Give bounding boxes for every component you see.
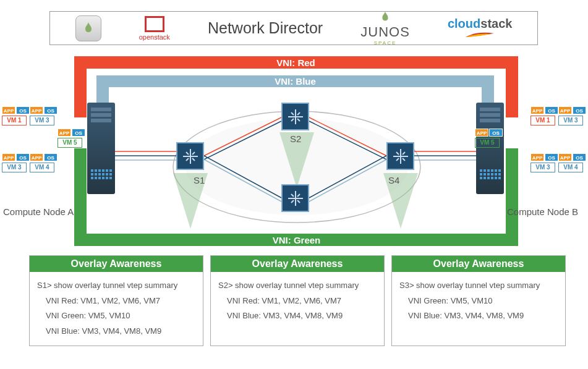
svg-line-6	[204, 121, 281, 159]
cli-line: VNI Green: VM5, VM10	[399, 294, 558, 309]
cli-line: VNI Red: VM1, VM2, VM6, VM7	[37, 294, 195, 309]
cli-line: VNI Blue: VM3, VM4, VM8, VM9	[37, 324, 195, 339]
vm-b-4: APPOSVM 4	[558, 153, 586, 172]
switch-s3	[281, 184, 309, 212]
vni-red-tunnel-right	[506, 56, 518, 117]
header-bar: openstack Network Director JUNOS SPACE c…	[49, 11, 538, 45]
svg-line-2	[204, 117, 281, 156]
junos-logo: JUNOS SPACE	[360, 11, 410, 46]
openstack-logo: openstack	[139, 16, 170, 41]
cloudstack-logo: cloudstack	[448, 17, 513, 40]
vni-blue-tunnel: VNI: Blue	[108, 75, 482, 87]
vm-b-3b: APPOSVM 3	[530, 153, 558, 172]
vm-a-1: APPOSVM 1	[2, 106, 30, 125]
panel-title: Overlay Awareness	[30, 256, 203, 272]
server-b	[476, 103, 504, 194]
vni-red-tunnel-left	[74, 56, 87, 117]
svg-line-5	[309, 156, 386, 198]
page-title: Network Director	[208, 19, 323, 37]
openstack-label: openstack	[139, 33, 170, 41]
server-a	[87, 103, 115, 194]
vm-a-4: APPOSVM 4	[30, 153, 58, 172]
switch-s2	[281, 103, 309, 130]
vm-b-3: APPOSVM 3	[558, 106, 586, 125]
cli-line: S3> show overlay tunnel vtep summary	[399, 278, 558, 294]
panel-title: Overlay Awareness	[211, 256, 384, 272]
switch-label-s1: S1	[194, 175, 205, 185]
vm-a-3b: APPOSVM 3	[2, 153, 30, 172]
switch-s4	[386, 142, 414, 170]
switch-label-s4: S4	[388, 175, 399, 185]
svg-line-4	[309, 117, 386, 156]
cli-line: VNI Blue: VM3, VM4, VM8, VM9	[399, 308, 558, 324]
cli-line: S2> show overlay tunnel vtep summary	[218, 278, 377, 294]
svg-line-9	[309, 159, 386, 201]
panel-s2: Overlay Awareness S2> show overlay tunne…	[210, 255, 385, 346]
network-director-icon	[75, 15, 101, 41]
compute-a-label: Compute Node A	[3, 206, 74, 217]
panel-title: Overlay Awareness	[392, 256, 565, 272]
vni-green-tunnel-left	[74, 148, 87, 246]
switch-label-s2: S2	[290, 134, 301, 144]
svg-line-8	[309, 121, 386, 159]
vni-green-tunnel-right	[506, 148, 518, 246]
panel-s3: Overlay Awareness S3> show overlay tunne…	[391, 255, 566, 346]
svg-line-7	[204, 159, 281, 201]
vni-green-tunnel: VNI: Green	[87, 234, 506, 246]
switch-s1	[176, 142, 204, 170]
cli-line: VNI Blue: VM3, VM4, VM8, VM9	[218, 308, 377, 324]
svg-line-3	[204, 156, 281, 198]
vm-a-3: APPOSVM 3	[30, 106, 58, 125]
compute-b-label: Compute Node B	[507, 206, 578, 217]
cli-line: S1> show overlay tunnel vtep summary	[37, 278, 195, 294]
panel-s1: Overlay Awareness S1> show overlay tunne…	[29, 255, 203, 346]
cli-line: VNI Green: VM5, VM10	[37, 308, 195, 324]
cli-line: VNI Red: VM1, VM2, VM6, VM7	[218, 294, 377, 309]
overlay-awareness-panels: Overlay Awareness S1> show overlay tunne…	[29, 255, 566, 346]
vni-red-tunnel: VNI: Red	[86, 56, 506, 69]
vm-b-5: APPOSVM 5	[475, 129, 503, 148]
vm-a-5: APPOSVM 5	[58, 129, 85, 148]
vm-b-1: APPOSVM 1	[530, 106, 558, 125]
